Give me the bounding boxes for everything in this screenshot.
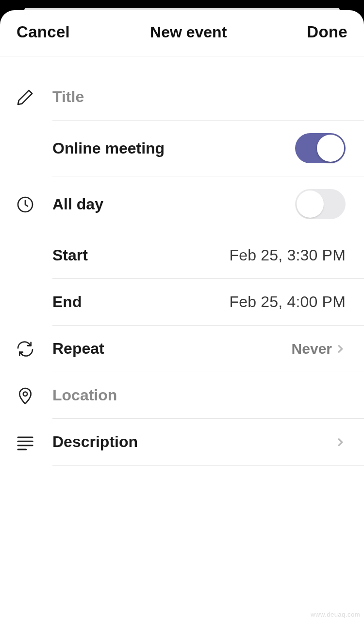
start-row[interactable]: Start Feb 25, 3:30 PM [0, 232, 364, 279]
pencil-icon [16, 87, 35, 107]
chevron-right-icon [335, 344, 346, 354]
start-label: Start [52, 246, 88, 264]
description-row[interactable]: Description [0, 419, 364, 466]
repeat-value: Never [292, 341, 332, 357]
online-meeting-toggle[interactable] [295, 133, 346, 163]
description-label: Description [52, 433, 138, 451]
repeat-row[interactable]: Repeat Never [0, 326, 364, 372]
location-pin-icon [16, 386, 35, 405]
done-button[interactable]: Done [307, 23, 347, 41]
clock-icon [16, 195, 35, 214]
new-event-sheet: Cancel New event Done Online m [0, 10, 364, 621]
online-meeting-row: Online meeting [0, 121, 364, 176]
all-day-toggle[interactable] [295, 189, 346, 219]
end-row[interactable]: End Feb 25, 4:00 PM [0, 279, 364, 326]
nav-bar: Cancel New event Done [0, 10, 364, 56]
start-value: Feb 25, 3:30 PM [229, 246, 346, 264]
chevron-right-icon [335, 437, 346, 448]
title-row[interactable] [0, 74, 364, 121]
location-placeholder: Location [52, 386, 117, 404]
cancel-button[interactable]: Cancel [17, 23, 70, 41]
repeat-label: Repeat [52, 340, 104, 358]
svg-point-1 [23, 392, 27, 396]
sheet-title: New event [150, 23, 227, 41]
end-value: Feb 25, 4:00 PM [229, 293, 346, 311]
location-row[interactable]: Location [0, 372, 364, 419]
all-day-label: All day [52, 195, 103, 213]
online-meeting-label: Online meeting [52, 139, 165, 157]
all-day-row: All day [0, 176, 364, 232]
repeat-icon [16, 339, 35, 359]
title-input[interactable] [52, 88, 346, 106]
watermark: www.deuaq.com [311, 611, 360, 618]
end-label: End [52, 293, 82, 311]
description-icon [16, 432, 35, 452]
